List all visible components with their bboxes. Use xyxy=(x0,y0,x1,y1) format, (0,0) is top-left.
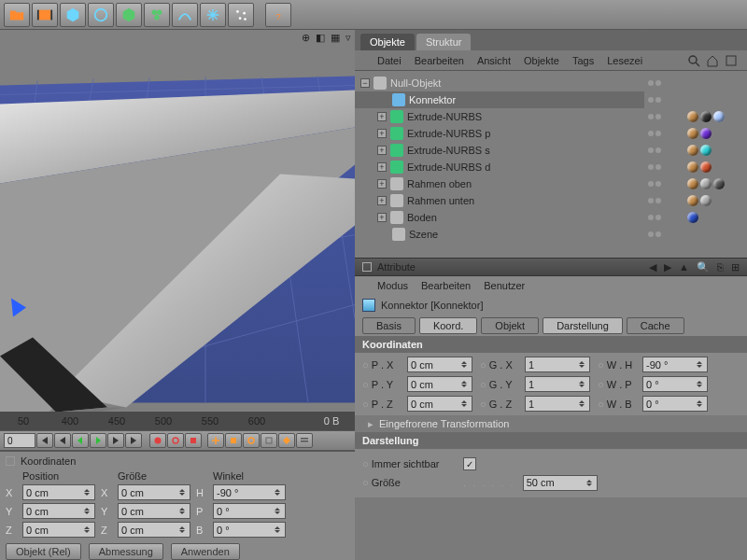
dimension-button[interactable]: Abmessung xyxy=(89,543,163,560)
svg-rect-2 xyxy=(50,9,52,20)
angle-h-field[interactable]: -90 ° xyxy=(213,484,286,500)
darst-group-header: Darstellung xyxy=(355,432,747,449)
param-key-icon[interactable] xyxy=(261,433,277,448)
menu-edit[interactable]: Bearbeiten xyxy=(415,55,464,66)
prev-frame-icon[interactable] xyxy=(72,433,89,448)
prev-attr-icon[interactable]: ◀ xyxy=(649,261,656,273)
curve-icon[interactable] xyxy=(172,3,198,27)
next-attr-icon[interactable]: ▶ xyxy=(664,261,671,273)
apply-button[interactable]: Anwenden xyxy=(171,543,240,560)
tab-darstellung[interactable]: Darstellung xyxy=(543,317,623,334)
tab-basis[interactable]: Basis xyxy=(362,317,416,334)
svg-point-4 xyxy=(152,9,157,14)
svg-rect-1 xyxy=(37,9,39,20)
angle-p-field[interactable]: 0 ° xyxy=(213,503,286,519)
menu-mode[interactable]: Modus xyxy=(377,280,408,291)
pos-x-field[interactable]: 0 cm xyxy=(22,484,95,500)
prev-key-icon[interactable] xyxy=(54,433,71,448)
menu-edit2[interactable]: Bearbeiten xyxy=(421,280,471,291)
px-field[interactable]: 0 cm xyxy=(407,357,472,372)
tree-item[interactable]: +Extrude-NURBS p xyxy=(355,125,644,142)
expand-icon[interactable] xyxy=(200,3,226,27)
size-y-field[interactable]: 0 cm xyxy=(118,503,190,519)
frame-field[interactable]: 0 xyxy=(4,433,35,448)
viewport-controls[interactable]: ⊕◧▦▿ xyxy=(302,32,351,44)
next-frame-icon[interactable] xyxy=(107,433,124,448)
wb-field[interactable]: 0 ° xyxy=(642,396,708,412)
search-icon[interactable] xyxy=(687,54,700,67)
svg-point-36 xyxy=(248,438,254,443)
tree-item[interactable]: +Boden xyxy=(355,209,644,226)
object-tree[interactable]: −Null-ObjektKonnektor+Extrude-NURBS+Extr… xyxy=(355,71,747,258)
timeline-ruler[interactable]: 50400450500550600 0 B xyxy=(0,412,355,430)
help-icon[interactable]: ? xyxy=(265,3,291,27)
tab-objekt[interactable]: Objekt xyxy=(481,317,539,334)
svg-point-10 xyxy=(244,18,247,21)
spiral-icon[interactable] xyxy=(88,3,114,27)
polygon-icon[interactable] xyxy=(116,3,142,27)
object-manager-menu: Datei Bearbeiten Ansicht Objekte Tags Le… xyxy=(355,50,747,71)
menu-objects[interactable]: Objekte xyxy=(524,55,559,66)
tree-item[interactable]: Konnektor xyxy=(355,91,644,108)
tree-item[interactable]: −Null-Objekt xyxy=(355,75,644,91)
angle-b-field[interactable]: 0 ° xyxy=(213,522,286,538)
record-icon[interactable] xyxy=(149,433,166,448)
tree-item[interactable]: +Extrude-NURBS s xyxy=(355,142,644,159)
move-key-icon[interactable] xyxy=(207,433,224,448)
particles-icon[interactable] xyxy=(228,3,254,27)
menu-bookmarks[interactable]: Lesezei xyxy=(607,55,642,66)
autokey-icon[interactable] xyxy=(167,433,184,448)
menu-view[interactable]: Ansicht xyxy=(477,55,511,66)
tree-item[interactable]: +Extrude-NURBS xyxy=(355,108,644,125)
wh-field[interactable]: -90 ° xyxy=(642,357,708,372)
svg-line-41 xyxy=(696,63,699,66)
frozen-transform[interactable]: Eingefrorene Transformation xyxy=(355,415,747,432)
wp-field[interactable]: 0 ° xyxy=(642,376,708,392)
pz-field[interactable]: 0 cm xyxy=(407,396,472,412)
rotate-key-icon[interactable] xyxy=(243,433,260,448)
tree-item[interactable]: +Extrude-NURBS d xyxy=(355,159,644,175)
py-field[interactable]: 0 cm xyxy=(407,376,472,392)
new-attr-icon[interactable]: ⊞ xyxy=(731,261,740,273)
pos-y-field[interactable]: 0 cm xyxy=(22,503,95,519)
tree-item[interactable]: Szene xyxy=(355,226,644,243)
scale-key-icon[interactable] xyxy=(225,433,242,448)
attribute-header: Attribute ◀ ▶ ▲ 🔍 ⎘ ⊞ xyxy=(355,258,747,276)
gx-field[interactable]: 1 xyxy=(525,357,590,372)
pos-z-field[interactable]: 0 cm xyxy=(22,522,95,538)
menu-user[interactable]: Benutzer xyxy=(484,280,525,291)
tab-structure[interactable]: Struktur xyxy=(416,34,472,50)
folder-icon[interactable] xyxy=(4,3,30,27)
expand-panel-icon[interactable] xyxy=(725,54,738,67)
goto-start-icon[interactable] xyxy=(36,433,53,448)
tree-item[interactable]: +Rahmen oben xyxy=(355,175,644,192)
options-icon[interactable] xyxy=(296,433,313,448)
always-visible-checkbox[interactable]: ✓ xyxy=(463,457,476,470)
lock-attr-icon[interactable]: ⎘ xyxy=(717,261,724,273)
cluster-icon[interactable] xyxy=(144,3,170,27)
tab-objects[interactable]: Objekte xyxy=(360,34,415,50)
viewport[interactable]: ⊕◧▦▿ xyxy=(0,30,355,412)
film-icon[interactable] xyxy=(32,3,58,27)
size-z-field[interactable]: 0 cm xyxy=(118,522,190,538)
menu-tags[interactable]: Tags xyxy=(572,55,594,66)
tab-koord[interactable]: Koord. xyxy=(419,317,477,334)
home-icon[interactable] xyxy=(706,54,719,67)
object-mode-button[interactable]: Objekt (Rel) xyxy=(6,543,81,560)
tree-item[interactable]: +Rahmen unten xyxy=(355,192,644,209)
cube-icon[interactable] xyxy=(60,3,86,27)
play-icon[interactable] xyxy=(90,433,106,448)
search-attr-icon[interactable]: 🔍 xyxy=(697,261,710,273)
up-attr-icon[interactable]: ▲ xyxy=(679,261,689,273)
gz-field[interactable]: 1 xyxy=(525,396,590,412)
pla-key-icon[interactable] xyxy=(278,433,295,448)
goto-end-icon[interactable] xyxy=(125,433,142,448)
key-icon[interactable] xyxy=(185,433,202,448)
size-x-field[interactable]: 0 cm xyxy=(118,484,190,500)
menu-file[interactable]: Datei xyxy=(377,55,402,66)
tab-cache[interactable]: Cache xyxy=(627,317,684,334)
gy-field[interactable]: 1 xyxy=(525,376,590,392)
object-manager-tabs: Objekte Struktur xyxy=(355,30,747,50)
viewport-3d[interactable] xyxy=(0,30,355,412)
size-field[interactable]: 50 cm xyxy=(523,475,598,491)
